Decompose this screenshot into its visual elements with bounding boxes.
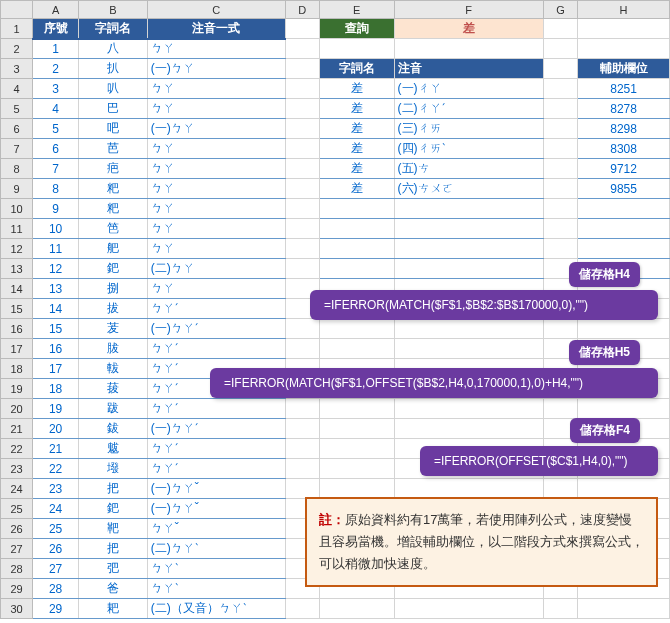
col-G[interactable]: G	[543, 1, 577, 19]
row-12[interactable]: 1211舥ㄅㄚ	[1, 239, 670, 259]
col-A[interactable]: A	[33, 1, 79, 19]
col-D[interactable]: D	[285, 1, 319, 19]
row-24[interactable]: 2423把(一)ㄅㄚˇ	[1, 479, 670, 499]
col-F[interactable]: F	[394, 1, 543, 19]
formula-h4: =IFERROR(MATCH($F$1,$B$2:$B$170000,0),""…	[310, 290, 658, 320]
col-headers[interactable]: A B C D E F G H	[1, 1, 670, 19]
row-20[interactable]: 2019跋ㄅㄚˊ	[1, 399, 670, 419]
row-6[interactable]: 65吧(一)ㄅㄚ差(三)ㄔㄞ8298	[1, 119, 670, 139]
hdr-aux: 輔助欄位	[578, 59, 670, 79]
row-11[interactable]: 1110笆ㄅㄚ	[1, 219, 670, 239]
col-C[interactable]: C	[147, 1, 285, 19]
note-prefix: 註：	[319, 512, 345, 527]
row-3[interactable]: 32扒(一)ㄅㄚ字詞名注音輔助欄位	[1, 59, 670, 79]
col-B[interactable]: B	[79, 1, 148, 19]
row-5[interactable]: 54巴ㄅㄚ差(二)ㄔㄚˊ8278	[1, 99, 670, 119]
row-2[interactable]: 21八ㄅㄚ	[1, 39, 670, 59]
row-10[interactable]: 109粑ㄅㄚ	[1, 199, 670, 219]
label-h4: 儲存格H4	[569, 262, 640, 287]
col-H[interactable]: H	[578, 1, 670, 19]
row-7[interactable]: 76芭ㄅㄚ差(四)ㄔㄞˋ8308	[1, 139, 670, 159]
hdr-seq: 序號	[33, 19, 79, 39]
note-text: 原始資料約有17萬筆，若使用陣列公式，速度變慢且容易當機。增設輔助欄位，以二階段…	[319, 512, 644, 571]
row-16[interactable]: 1615茇(一)ㄅㄚˊ	[1, 319, 670, 339]
formula-f4: =IFERROR(OFFSET($C$1,H4,0),"")	[420, 446, 658, 476]
hdr-fphon: 注音	[394, 59, 543, 79]
label-f4: 儲存格F4	[570, 418, 640, 443]
query-label: 查詢	[319, 19, 394, 39]
row-30[interactable]: 3029耙(二)（又音）ㄅㄚˋ	[1, 599, 670, 619]
note-box: 註：原始資料約有17萬筆，若使用陣列公式，速度變慢且容易當機。增設輔助欄位，以二…	[305, 497, 658, 587]
hdr-phon: 注音一式	[147, 19, 285, 39]
query-value[interactable]: 差	[394, 19, 543, 39]
label-h5: 儲存格H5	[569, 340, 640, 365]
col-E[interactable]: E	[319, 1, 394, 19]
row-9[interactable]: 98粑ㄅㄚ差(六)ㄘㄨㄛ9855	[1, 179, 670, 199]
row-1[interactable]: 1 序號 字詞名 注音一式 查詢 差	[1, 19, 670, 39]
row-8[interactable]: 87疤ㄅㄚ差(五)ㄘ9712	[1, 159, 670, 179]
formula-h5: =IFERROR(MATCH($F$1,OFFSET($B$2,H4,0,170…	[210, 368, 658, 398]
hdr-fword: 字詞名	[319, 59, 394, 79]
row-4[interactable]: 43叭ㄅㄚ差(一)ㄔㄚ8251	[1, 79, 670, 99]
hdr-word: 字詞名	[79, 19, 148, 39]
